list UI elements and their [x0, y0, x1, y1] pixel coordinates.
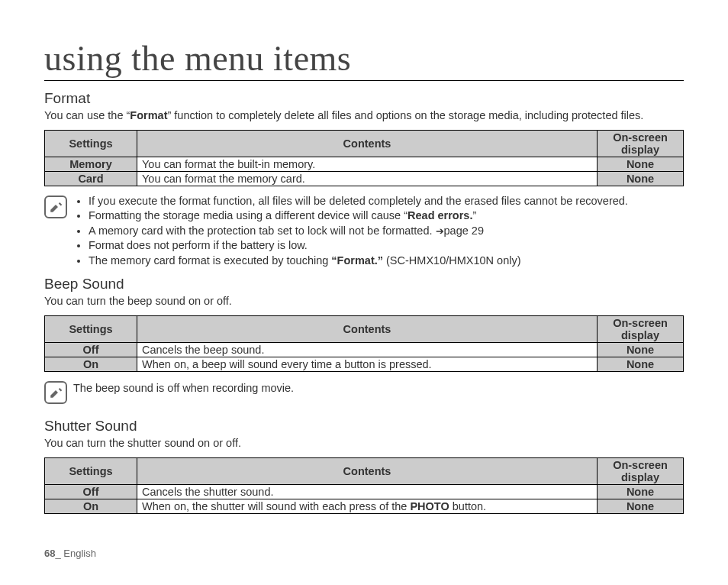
table-row: Off Cancels the beep sound. None — [45, 342, 684, 357]
page-language: English — [63, 548, 96, 559]
page-number: 68 — [44, 548, 55, 559]
table-row: Card You can format the memory card. Non… — [45, 171, 684, 186]
format-heading: Format — [44, 90, 684, 107]
setting-display: None — [598, 499, 684, 513]
beep-note-row: The beep sound is off when recording mov… — [44, 380, 684, 404]
setting-display: None — [598, 171, 684, 186]
shutter-description: You can turn the shutter sound on or off… — [44, 436, 684, 451]
col-display: On-screen display — [598, 315, 684, 342]
setting-display: None — [598, 157, 684, 171]
setting-content: When on, the shutter will sound with eac… — [137, 499, 598, 513]
col-display: On-screen display — [598, 457, 684, 484]
col-settings: Settings — [45, 315, 137, 342]
page-title: using the menu items — [44, 38, 684, 81]
setting-name: On — [45, 499, 137, 513]
setting-display: None — [598, 342, 684, 357]
page-ref-arrow-icon: ➔ — [436, 225, 444, 238]
setting-content: You can format the built-in memory. — [137, 157, 598, 171]
col-settings: Settings — [45, 130, 137, 157]
pencil-note-icon — [44, 196, 67, 218]
beep-heading: Beep Sound — [44, 276, 684, 292]
beep-description: You can turn the beep sound on or off. — [44, 294, 684, 309]
setting-display: None — [598, 357, 684, 371]
note-item: If you execute the format function, all … — [89, 194, 628, 209]
page-footer: 68_ English — [44, 548, 96, 559]
setting-name: Off — [45, 342, 137, 357]
shutter-heading: Shutter Sound — [44, 418, 684, 435]
table-row: On When on, the shutter will sound with … — [45, 499, 684, 513]
col-settings: Settings — [45, 457, 137, 484]
format-desc-pre: You can use the “ — [44, 109, 130, 121]
format-desc-post: ” function to completely delete all file… — [167, 109, 643, 121]
pencil-note-icon — [44, 381, 67, 404]
beep-table: Settings Contents On-screen display Off … — [44, 315, 684, 372]
format-note-row: If you execute the format function, all … — [44, 194, 684, 269]
note-item: A memory card with the protection tab se… — [89, 224, 628, 239]
col-display: On-screen display — [598, 130, 684, 157]
format-description: You can use the “Format” function to com… — [44, 108, 684, 124]
col-contents: Contents — [137, 457, 598, 484]
table-row: Memory You can format the built-in memor… — [45, 157, 684, 171]
note-item: Format does not perform if the battery i… — [89, 238, 628, 254]
note-item: Formatting the storage media using a dif… — [89, 208, 628, 224]
setting-content: When on, a beep will sound every time a … — [137, 357, 598, 371]
table-row: Off Cancels the shutter sound. None — [45, 484, 684, 499]
format-notes: If you execute the format function, all … — [73, 194, 628, 269]
col-contents: Contents — [137, 130, 598, 157]
beep-note: The beep sound is off when recording mov… — [73, 381, 294, 396]
setting-name: Card — [45, 171, 137, 186]
note-item: The memory card format is executed by to… — [89, 254, 628, 269]
setting-name: Memory — [45, 157, 137, 171]
shutter-table: Settings Contents On-screen display Off … — [44, 457, 684, 514]
setting-name: Off — [45, 484, 137, 499]
col-contents: Contents — [137, 315, 598, 342]
format-desc-bold: Format — [130, 109, 167, 121]
setting-name: On — [45, 357, 137, 371]
format-table: Settings Contents On-screen display Memo… — [44, 130, 684, 186]
setting-content: You can format the memory card. — [137, 171, 598, 186]
setting-content: Cancels the shutter sound. — [137, 484, 598, 499]
setting-content: Cancels the beep sound. — [137, 342, 598, 357]
table-row: On When on, a beep will sound every time… — [45, 357, 684, 371]
setting-display: None — [598, 484, 684, 499]
